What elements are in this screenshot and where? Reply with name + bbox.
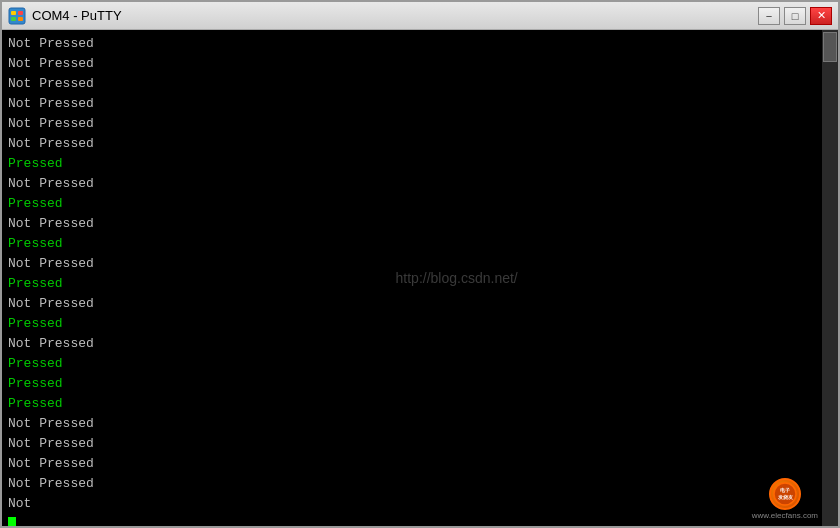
brand-area: 电子 发烧友 www.elecfans.com (752, 478, 818, 520)
terminal-line: Not Pressed (8, 414, 832, 434)
putty-window: COM4 - PuTTY − □ ✕ Not PressedNot Presse… (0, 0, 840, 528)
terminal-line: Pressed (8, 154, 832, 174)
terminal-line: Not Pressed (8, 94, 832, 114)
terminal-line: Not (8, 494, 832, 514)
minimize-button[interactable]: − (758, 7, 780, 25)
scrollbar-thumb[interactable] (823, 32, 837, 62)
terminal-line: Pressed (8, 314, 832, 334)
terminal-line: Not Pressed (8, 54, 832, 74)
svg-rect-3 (11, 17, 16, 21)
terminal-line: Pressed (8, 194, 832, 214)
svg-rect-2 (18, 11, 23, 15)
terminal-line: Not Pressed (8, 174, 832, 194)
terminal-line: Pressed (8, 374, 832, 394)
svg-rect-4 (18, 17, 23, 21)
terminal-line: Not Pressed (8, 474, 832, 494)
terminal-cursor (8, 517, 16, 526)
restore-button[interactable]: □ (784, 7, 806, 25)
window-title: COM4 - PuTTY (32, 8, 122, 23)
terminal-line: Not Pressed (8, 454, 832, 474)
terminal-line: Pressed (8, 234, 832, 254)
terminal-line: Pressed (8, 354, 832, 374)
terminal-line: Not Pressed (8, 34, 832, 54)
title-bar-buttons: − □ ✕ (758, 7, 832, 25)
brand-url: www.elecfans.com (752, 511, 818, 520)
terminal-line: Not Pressed (8, 334, 832, 354)
scrollbar[interactable] (822, 30, 838, 526)
title-bar-left: COM4 - PuTTY (8, 7, 122, 25)
elecfans-logo-icon: 电子 发烧友 (769, 478, 801, 510)
terminal-line: Not Pressed (8, 214, 832, 234)
svg-text:电子: 电子 (780, 487, 790, 493)
svg-rect-0 (9, 8, 25, 24)
svg-rect-1 (11, 11, 16, 15)
terminal-line: Not Pressed (8, 254, 832, 274)
terminal-line: Not Pressed (8, 294, 832, 314)
close-button[interactable]: ✕ (810, 7, 832, 25)
svg-text:发烧友: 发烧友 (776, 494, 793, 500)
cursor-line (8, 514, 832, 526)
putty-icon (8, 7, 26, 25)
terminal-content: Not PressedNot PressedNot PressedNot Pre… (2, 30, 838, 526)
terminal-line: Not Pressed (8, 134, 832, 154)
terminal-area[interactable]: Not PressedNot PressedNot PressedNot Pre… (2, 30, 838, 526)
title-bar: COM4 - PuTTY − □ ✕ (2, 2, 838, 30)
terminal-line: Not Pressed (8, 114, 832, 134)
terminal-line: Not Pressed (8, 74, 832, 94)
terminal-line: Pressed (8, 394, 832, 414)
terminal-line: Not Pressed (8, 434, 832, 454)
terminal-line: Pressed (8, 274, 832, 294)
